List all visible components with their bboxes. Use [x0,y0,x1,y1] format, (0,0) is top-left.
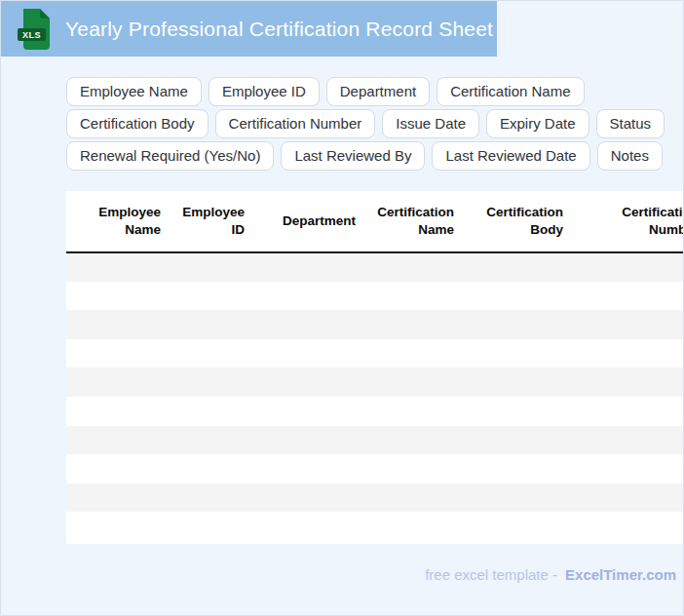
table-cell [464,483,573,513]
table-cell [464,454,573,483]
table-cell [171,454,254,483]
table-cell [66,367,171,397]
table-cell [365,367,464,397]
table-cell [573,483,684,513]
table-row [66,339,684,368]
table-cell [254,397,365,426]
field-chip-notes[interactable]: Notes [597,141,663,171]
table-cell [171,339,254,368]
table-cell [171,483,254,513]
column-header-certification-name: Certification Name [365,191,464,252]
table-cell [254,426,365,455]
field-chip-employee-id[interactable]: Employee ID [209,77,320,106]
table-cell [573,454,684,483]
field-chip-expiry-date[interactable]: Expiry Date [486,109,589,138]
table-cell [254,252,365,282]
table-cell [254,282,365,311]
record-table-container: Employee NameEmployee IDDepartmentCertif… [66,191,684,544]
table-cell [171,426,254,455]
field-chip-status[interactable]: Status [596,109,665,138]
field-chip-renewal-required-yes-no[interactable]: Renewal Required (Yes/No) [66,141,274,171]
field-chip-certification-name[interactable]: Certification Name [437,77,584,106]
table-cell [464,426,573,455]
table-cell [365,339,464,368]
table-row [66,454,684,483]
table-cell [171,397,254,426]
table-cell [365,252,464,282]
table-row [66,252,684,282]
column-header-employee-name: Employee Name [66,191,171,252]
column-header-employee-id: Employee ID [171,191,254,252]
record-table: Employee NameEmployee IDDepartmentCertif… [66,191,684,541]
table-cell [171,367,254,397]
table-cell [66,282,171,311]
table-cell [464,339,573,368]
table-cell [254,454,365,483]
table-cell [171,310,254,339]
table-cell [573,426,684,455]
chip-row-1: Employee NameEmployee IDDepartmentCertif… [66,77,670,106]
table-cell [171,512,254,541]
field-chip-last-reviewed-date[interactable]: Last Reviewed Date [432,141,589,171]
table-cell [66,252,171,282]
table-row [66,512,684,541]
table-cell [464,252,573,282]
table-cell [365,454,464,483]
table-cell [573,282,684,311]
table-cell [66,339,171,368]
title-bar: XLS Yearly Professional Certification Re… [1,1,497,57]
column-header-certification-number: Certification Number [573,191,684,252]
field-chip-employee-name[interactable]: Employee Name [66,77,202,106]
brand-link[interactable]: ExcelTimer.com [565,566,676,583]
field-chip-last-reviewed-by[interactable]: Last Reviewed By [281,141,425,171]
page: XLS Yearly Professional Certification Re… [0,0,684,616]
table-cell [573,512,684,541]
field-chip-issue-date[interactable]: Issue Date [382,109,479,138]
footer: free excel template -ExcelTimer.com [425,566,676,583]
table-cell [464,282,573,311]
table-cell [66,397,171,426]
table-cell [365,397,464,426]
table-cell [171,252,254,282]
table-cell [464,367,573,397]
table-cell [573,367,684,397]
footer-text: free excel template - [425,566,557,583]
table-cell [171,282,254,311]
table-cell [254,339,365,368]
table-cell [66,512,171,541]
table-row [66,483,684,513]
table-cell [254,512,365,541]
table-row [66,282,684,311]
table-row [66,367,684,397]
xls-file-icon: XLS [16,8,53,51]
field-chip-department[interactable]: Department [326,77,430,106]
table-cell [365,512,464,541]
table-cell [254,483,365,513]
column-header-certification-body: Certification Body [464,191,573,252]
field-chip-certification-body[interactable]: Certification Body [66,109,209,138]
field-chip-certification-number[interactable]: Certification Number [215,109,376,138]
table-row [66,426,684,455]
table-cell [66,310,171,339]
table-cell [464,310,573,339]
table-cell [365,282,464,311]
table-cell [365,310,464,339]
table-row [66,310,684,339]
table-cell [365,426,464,455]
page-title: Yearly Professional Certification Record… [65,18,493,41]
file-fold [40,9,50,19]
field-chip-list: Employee NameEmployee IDDepartmentCertif… [66,77,670,173]
table-cell [365,483,464,513]
table-cell [66,426,171,455]
table-cell [464,512,573,541]
table-header-row: Employee NameEmployee IDDepartmentCertif… [66,191,684,252]
table-cell [573,339,684,368]
table-cell [66,454,171,483]
table-cell [66,483,171,513]
xls-label: XLS [22,30,41,40]
column-header-department: Department [254,191,365,252]
chip-row-3: Renewal Required (Yes/No)Last Reviewed B… [66,141,670,171]
table-row [66,397,684,426]
table-cell [573,397,684,426]
table-cell [464,397,573,426]
